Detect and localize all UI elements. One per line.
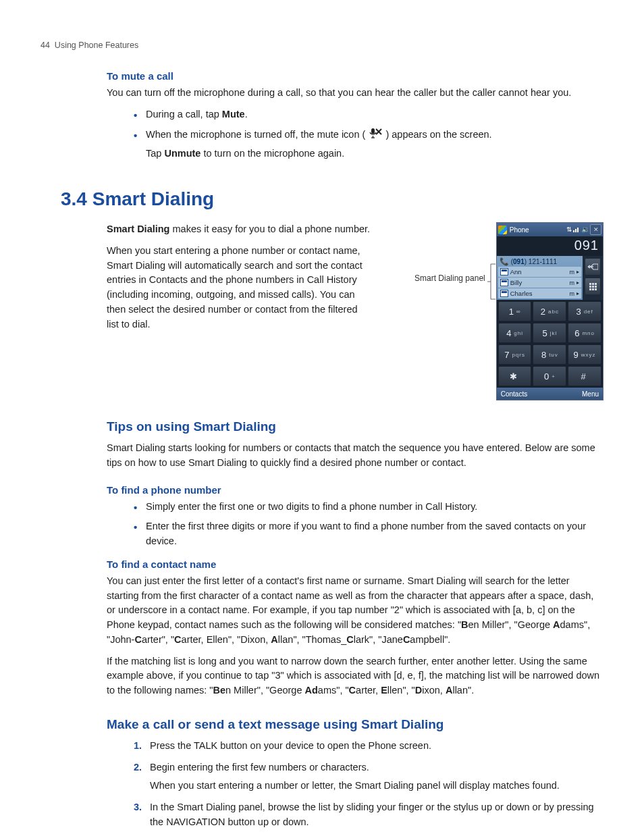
phone-titlebar: Phone ⇅ 🔉 ✕ xyxy=(497,223,603,236)
smart-dialing-heading: 3.4 Smart Dialing xyxy=(61,188,603,210)
contact-icon xyxy=(500,279,508,286)
svg-rect-17 xyxy=(595,288,597,290)
mute-bullet-2-sub: Tap Unmute to turn on the microphone aga… xyxy=(146,147,603,161)
softkey-left[interactable]: Contacts xyxy=(501,390,527,398)
key-8[interactable]: 8tuv xyxy=(533,344,566,365)
volume-icon: 🔉 xyxy=(581,226,589,233)
find-number-bullets: Simply enter the first one or two digits… xyxy=(107,500,603,549)
mute-icon xyxy=(368,128,383,143)
chevron-right-icon: ▸ xyxy=(576,290,579,296)
key-star[interactable]: ✱ xyxy=(498,366,532,386)
chevron-right-icon: ▸ xyxy=(576,280,579,286)
key-2[interactable]: 2abc xyxy=(533,301,566,321)
panel-bracket xyxy=(487,261,496,302)
sd-row[interactable]: Billy m▸ xyxy=(498,278,581,288)
softkey-right[interactable]: Menu xyxy=(582,390,599,398)
make-call-heading: Make a call or send a text message using… xyxy=(107,717,603,732)
sd-row[interactable]: Charles m▸ xyxy=(498,288,581,298)
key-9[interactable]: 9wxyz xyxy=(568,344,601,365)
find-number-heading: To find a phone number xyxy=(107,484,603,496)
backspace-key[interactable] xyxy=(585,258,601,276)
svg-rect-7 xyxy=(577,228,579,232)
page-header: 44 Using Phone Features xyxy=(41,41,603,50)
mute-intro: You can turn off the microphone during a… xyxy=(107,86,603,101)
step-2: 2.Begin entering the first few numbers o… xyxy=(134,760,603,794)
smart-dialing-panel: 📞 (091) 121-1111 Ann m▸ xyxy=(497,256,583,300)
key-5[interactable]: 5jkl xyxy=(533,323,566,343)
page-section-title: Using Phone Features xyxy=(55,41,138,50)
sd-name: Billy xyxy=(510,279,522,286)
fn-bullet-2: Enter the first three digits or more if … xyxy=(134,519,603,549)
find-name-heading: To find a contact name xyxy=(107,558,603,570)
svg-rect-16 xyxy=(592,288,594,290)
smart-dialing-section: 3.4 Smart Dialing xyxy=(61,188,603,210)
svg-rect-9 xyxy=(589,283,591,285)
chevron-right-icon: ▸ xyxy=(576,269,579,275)
sd-name: Ann xyxy=(510,268,522,276)
make-call-steps: 1.Press the TALK button on your device t… xyxy=(107,739,603,830)
svg-rect-13 xyxy=(592,286,594,288)
smart-p2: When you start entering a phone number o… xyxy=(107,244,363,332)
status-icon: ⇅ xyxy=(566,226,572,233)
step-2-note: When you start entering a number or lett… xyxy=(150,779,603,793)
step-3: 3.In the Smart Dialing panel, browse the… xyxy=(134,800,603,830)
find-name-p2: If the matching list is long and you wan… xyxy=(107,654,603,698)
key-7[interactable]: 7pqrs xyxy=(498,344,532,365)
tips-intro: Smart Dialing starts looking for numbers… xyxy=(107,441,603,471)
svg-rect-0 xyxy=(371,128,375,134)
key-0[interactable]: 0+ xyxy=(533,366,566,386)
keypad: 1∞ 2abc 3def 4ghi 5jkl 6mno 7pqrs 8tuv 9… xyxy=(497,300,603,388)
svg-rect-5 xyxy=(573,230,574,232)
tips-section: Tips on using Smart Dialing Smart Dialin… xyxy=(107,419,603,830)
mute-section: To mute a call You can turn off the micr… xyxy=(107,70,603,161)
svg-rect-14 xyxy=(595,286,597,288)
svg-rect-15 xyxy=(589,288,591,290)
key-6[interactable]: 6mno xyxy=(568,323,601,343)
phone-figure: Smart Dialing panel Phone ⇅ 🔉 ✕ 091 xyxy=(414,222,603,400)
sd-rows: Ann m▸ Billy m▸ xyxy=(497,267,583,300)
keypad-toggle-key[interactable] xyxy=(585,278,601,295)
key-hash[interactable]: # xyxy=(568,366,601,386)
close-icon[interactable]: ✕ xyxy=(590,224,601,235)
step-1: 1.Press the TALK button on your device t… xyxy=(134,739,603,754)
windows-icon xyxy=(498,226,507,234)
find-name-p1: You can just enter the first letter of a… xyxy=(107,574,603,648)
smart-dialing-body: Smart Dialing panel Phone ⇅ 🔉 ✕ 091 xyxy=(107,222,603,400)
key-4[interactable]: 4ghi xyxy=(498,323,532,343)
sd-name: Charles xyxy=(510,290,533,297)
svg-rect-12 xyxy=(589,286,591,288)
side-keys xyxy=(583,256,603,297)
mute-bullet-1: During a call, tap Mute. xyxy=(134,107,603,122)
softkey-bar: Contacts Menu xyxy=(497,388,603,400)
key-1[interactable]: 1∞ xyxy=(498,301,532,321)
signal-icon xyxy=(573,226,580,234)
mute-bullet-2: When the microphone is turned off, the m… xyxy=(134,128,603,162)
svg-rect-11 xyxy=(595,283,597,285)
svg-rect-10 xyxy=(592,283,594,285)
call-icon: 📞 xyxy=(500,257,509,266)
mute-bullets: During a call, tap Mute. When the microp… xyxy=(107,107,603,161)
page: 44 Using Phone Features To mute a call Y… xyxy=(0,0,644,834)
number-display: 091 xyxy=(497,236,603,256)
page-number: 44 xyxy=(41,41,50,50)
panel-label: Smart Dialing panel xyxy=(414,273,485,283)
phone-title: Phone xyxy=(510,226,529,234)
contact-icon xyxy=(500,290,508,297)
phone-mock: Phone ⇅ 🔉 ✕ 091 📞 (091) xyxy=(496,222,603,400)
key-3[interactable]: 3def xyxy=(568,301,601,321)
contact-icon xyxy=(500,268,508,276)
sd-row[interactable]: Ann m▸ xyxy=(498,267,581,277)
sd-header: 📞 (091) 121-1111 xyxy=(497,256,583,266)
svg-rect-6 xyxy=(575,229,576,232)
mute-heading: To mute a call xyxy=(107,70,603,82)
fn-bullet-1: Simply enter the first one or two digits… xyxy=(134,500,603,515)
tips-heading: Tips on using Smart Dialing xyxy=(107,419,603,434)
